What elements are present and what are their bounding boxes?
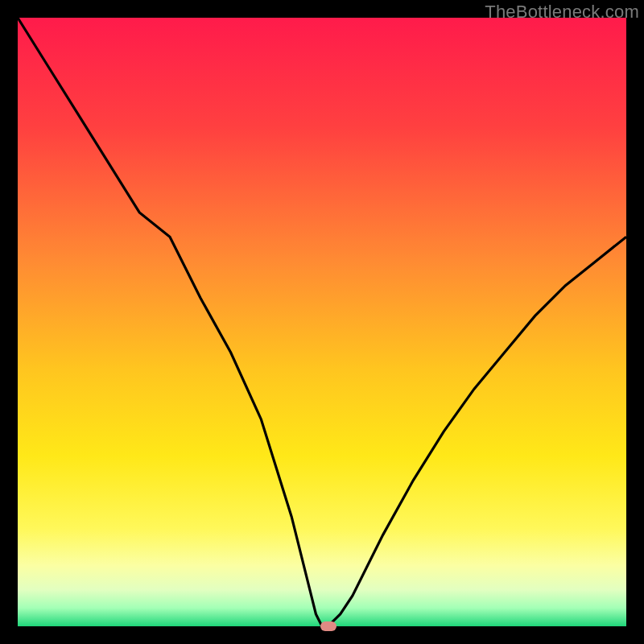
curve-path — [18, 18, 626, 626]
bottleneck-curve — [18, 18, 626, 626]
plot-area — [18, 18, 626, 626]
optimum-marker — [320, 621, 336, 631]
watermark-label: TheBottleneck.com — [485, 2, 639, 23]
chart-container: TheBottleneck.com — [0, 0, 644, 644]
